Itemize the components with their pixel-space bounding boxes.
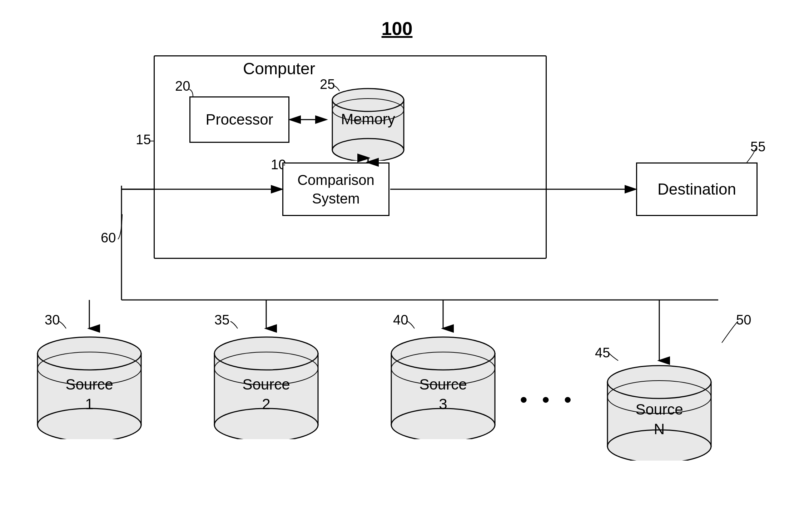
source1-label: Source 1: [34, 375, 145, 414]
ref-30: 30: [45, 312, 60, 328]
sourceN-label: Source N: [604, 400, 715, 439]
ref-55: 55: [750, 139, 765, 155]
source2-cylinder: Source 2: [211, 328, 322, 441]
memory-label: Memory: [329, 111, 407, 128]
source3-cylinder: Source 3: [388, 328, 498, 441]
destination-box: Destination: [636, 162, 758, 216]
processor-label: Processor: [205, 111, 273, 128]
ref-35: 35: [214, 312, 229, 328]
svg-point-5: [38, 337, 141, 370]
comparison-label: Comparison System: [297, 171, 374, 208]
memory-cylinder: Memory: [329, 82, 407, 162]
destination-label: Destination: [657, 180, 736, 198]
ref-15: 15: [136, 132, 151, 147]
comparison-box: Comparison System: [282, 162, 389, 216]
ref-60: 60: [101, 230, 116, 246]
svg-point-1: [332, 89, 404, 111]
ref-40: 40: [393, 312, 408, 328]
ellipsis-dots: • • •: [520, 387, 576, 412]
svg-point-9: [214, 337, 318, 370]
source2-label: Source 2: [211, 375, 322, 414]
svg-point-2: [332, 139, 404, 161]
sourceN-cylinder: Source N: [604, 361, 715, 462]
ref-50: 50: [736, 312, 751, 328]
source3-label: Source 3: [388, 375, 498, 414]
source1-cylinder: Source 1: [34, 328, 145, 441]
svg-point-13: [391, 337, 495, 370]
fig-label: 100: [382, 18, 413, 39]
svg-point-17: [607, 366, 711, 398]
diagram: 100 15 20 25 10 55 60 30 35 40 45 50 Com…: [0, 0, 794, 532]
processor-box: Processor: [189, 96, 289, 143]
ref-45: 45: [595, 345, 610, 361]
